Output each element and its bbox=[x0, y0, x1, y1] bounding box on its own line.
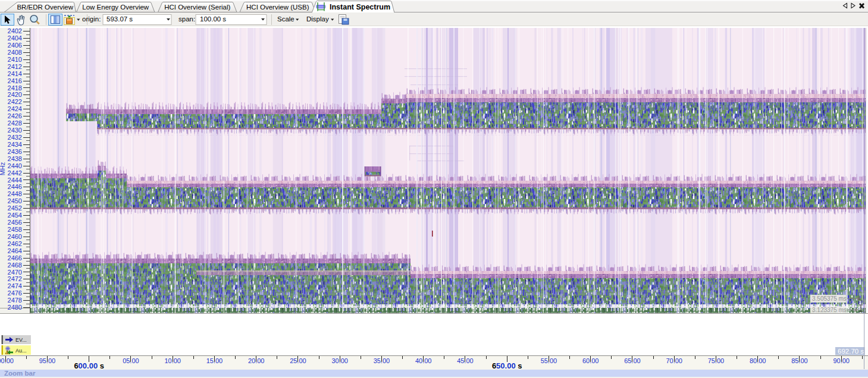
svg-text:90.00: 90.00 bbox=[0, 357, 14, 364]
svg-text:Low Energy Overview: Low Energy Overview bbox=[82, 4, 149, 11]
svg-text:2460: 2460 bbox=[8, 233, 22, 240]
svg-text:2470: 2470 bbox=[8, 269, 22, 276]
svg-text:30.00: 30.00 bbox=[331, 357, 348, 364]
svg-text:2444: 2444 bbox=[8, 177, 22, 184]
svg-text:2462: 2462 bbox=[8, 240, 22, 247]
svg-text:2478: 2478 bbox=[8, 297, 22, 304]
svg-text:2404: 2404 bbox=[8, 34, 22, 42]
svg-text:2424: 2424 bbox=[8, 105, 22, 112]
svg-text:60.00: 60.00 bbox=[582, 357, 599, 364]
svg-text:HCI Overview (Serial): HCI Overview (Serial) bbox=[164, 4, 230, 11]
svg-text:2442: 2442 bbox=[8, 169, 22, 177]
svg-text:593.07 s: 593.07 s bbox=[106, 15, 133, 23]
svg-text:80.00: 80.00 bbox=[750, 357, 766, 364]
svg-text:MHz: MHz bbox=[0, 162, 6, 176]
svg-text:2406: 2406 bbox=[8, 42, 22, 49]
svg-text:3.505375 ms: 3.505375 ms bbox=[812, 295, 847, 302]
svg-text:10.00: 10.00 bbox=[164, 357, 181, 364]
svg-text:2432: 2432 bbox=[8, 134, 22, 141]
svg-text:2450: 2450 bbox=[8, 197, 22, 204]
svg-text:35.00: 35.00 bbox=[374, 357, 390, 364]
svg-text:2420: 2420 bbox=[8, 91, 22, 98]
svg-text:95.00: 95.00 bbox=[39, 357, 56, 364]
svg-text:2412: 2412 bbox=[8, 63, 22, 70]
svg-text:2466: 2466 bbox=[8, 254, 22, 262]
svg-text:2430: 2430 bbox=[8, 127, 22, 134]
svg-text:2402: 2402 bbox=[8, 28, 22, 34]
svg-text:65.00: 65.00 bbox=[624, 357, 641, 364]
svg-text:90.00: 90.00 bbox=[833, 357, 850, 364]
svg-text:2438: 2438 bbox=[8, 155, 22, 162]
svg-text:BR/EDR Overview: BR/EDR Overview bbox=[17, 4, 73, 11]
svg-text:100.00 s: 100.00 s bbox=[200, 15, 226, 23]
svg-text:55.00: 55.00 bbox=[541, 357, 557, 364]
svg-text:2426: 2426 bbox=[8, 112, 22, 119]
svg-text:Display: Display bbox=[306, 15, 329, 23]
svg-text:Au...: Au... bbox=[15, 348, 27, 354]
svg-text:25.00: 25.00 bbox=[290, 357, 306, 364]
svg-text:600.00 s: 600.00 s bbox=[74, 361, 104, 370]
svg-text:2480: 2480 bbox=[8, 304, 22, 311]
svg-text:2436: 2436 bbox=[8, 148, 22, 155]
svg-text:45.00: 45.00 bbox=[457, 357, 474, 364]
svg-text:2472: 2472 bbox=[8, 275, 22, 282]
svg-text:2408: 2408 bbox=[8, 49, 22, 56]
svg-text:2428: 2428 bbox=[8, 119, 22, 127]
svg-text:Scale: Scale bbox=[277, 15, 294, 23]
svg-text:85.00: 85.00 bbox=[791, 357, 808, 364]
svg-text:2454: 2454 bbox=[8, 212, 22, 219]
svg-text:3.123375 ms: 3.123375 ms bbox=[812, 307, 847, 313]
svg-text:span:: span: bbox=[178, 15, 195, 23]
svg-text:05.00: 05.00 bbox=[123, 357, 139, 364]
svg-text:2434: 2434 bbox=[8, 141, 22, 148]
svg-text:70.00: 70.00 bbox=[666, 357, 682, 364]
svg-text:EV...: EV... bbox=[15, 337, 27, 343]
svg-text:2418: 2418 bbox=[8, 84, 22, 92]
svg-text:2474: 2474 bbox=[8, 282, 22, 289]
svg-text:2458: 2458 bbox=[8, 226, 22, 233]
svg-text:75.00: 75.00 bbox=[708, 357, 725, 364]
svg-text:650.00 s: 650.00 s bbox=[492, 361, 522, 370]
svg-text:40.00: 40.00 bbox=[415, 357, 432, 364]
svg-text:2456: 2456 bbox=[8, 219, 22, 226]
svg-text:2440: 2440 bbox=[8, 162, 22, 169]
svg-text:2448: 2448 bbox=[8, 190, 22, 197]
svg-text:692.70 s: 692.70 s bbox=[838, 348, 864, 355]
svg-text:2414: 2414 bbox=[8, 70, 22, 77]
svg-text:2416: 2416 bbox=[8, 77, 22, 84]
svg-text:20.00: 20.00 bbox=[248, 357, 265, 364]
svg-text:2410: 2410 bbox=[8, 56, 22, 63]
svg-text:HCI Overview (USB): HCI Overview (USB) bbox=[246, 4, 309, 11]
svg-text:15.00: 15.00 bbox=[206, 357, 223, 364]
svg-text:origin:: origin: bbox=[82, 15, 101, 23]
svg-text:2452: 2452 bbox=[8, 204, 22, 212]
svg-text:2422: 2422 bbox=[8, 98, 22, 105]
svg-text:2464: 2464 bbox=[8, 247, 22, 254]
svg-text:Instant Spectrum: Instant Spectrum bbox=[330, 3, 390, 11]
svg-text:2468: 2468 bbox=[8, 262, 22, 269]
svg-text:2476: 2476 bbox=[8, 289, 22, 297]
svg-text:2446: 2446 bbox=[8, 183, 22, 190]
